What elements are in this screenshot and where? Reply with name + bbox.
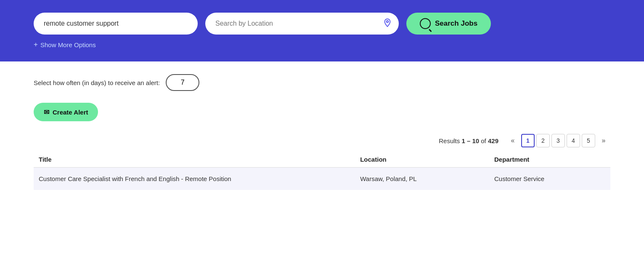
results-range: 1 – 10	[461, 137, 479, 144]
job-search-input[interactable]	[34, 13, 198, 35]
pagination-page-2[interactable]: 2	[536, 134, 550, 147]
search-row: Search Jobs	[34, 13, 610, 35]
pagination-page-4[interactable]: 4	[567, 134, 580, 147]
col-header-department: Department	[489, 152, 610, 168]
search-jobs-button[interactable]: Search Jobs	[406, 13, 491, 35]
envelope-icon: ✉	[44, 108, 49, 116]
content-area: Select how often (in days) to receive an…	[0, 61, 644, 203]
results-text: Results 1 – 10 of 429	[439, 137, 498, 144]
svg-point-0	[387, 20, 389, 22]
pagination: « 1 2 3 4 5 »	[506, 134, 610, 147]
results-total: 429	[488, 137, 498, 144]
search-jobs-label: Search Jobs	[435, 19, 477, 28]
pagination-next[interactable]: »	[597, 134, 610, 147]
job-department-cell: Customer Service	[489, 168, 610, 190]
results-label-prefix: Results	[439, 137, 461, 144]
job-location-cell: Warsaw, Poland, PL	[355, 168, 489, 190]
job-title-cell: Customer Care Specialist with French and…	[34, 168, 355, 190]
create-alert-button[interactable]: ✉ Create Alert	[34, 103, 98, 121]
table-body: Customer Care Specialist with French and…	[34, 168, 610, 190]
show-more-options-label: Show More Options	[40, 41, 96, 48]
pagination-page-1[interactable]: 1	[521, 134, 535, 147]
alert-section: Select how often (in days) to receive an…	[34, 74, 610, 121]
create-alert-label: Create Alert	[53, 109, 88, 116]
location-search-wrapper	[205, 13, 399, 35]
search-icon	[420, 18, 431, 29]
location-icon	[383, 18, 392, 29]
table-header: Title Location Department	[34, 152, 610, 168]
results-of-label: of	[479, 137, 488, 144]
table-row[interactable]: Customer Care Specialist with French and…	[34, 168, 610, 190]
col-header-location: Location	[355, 152, 489, 168]
results-pagination-row: Results 1 – 10 of 429 « 1 2 3 4 5 »	[34, 134, 610, 147]
pagination-prev[interactable]: «	[506, 134, 519, 147]
show-more-options-button[interactable]: + Show More Options	[34, 40, 96, 49]
alert-row: Select how often (in days) to receive an…	[34, 74, 610, 91]
location-search-input[interactable]	[215, 20, 383, 27]
jobs-table: Title Location Department Customer Care …	[34, 152, 610, 190]
alert-days-input[interactable]	[166, 74, 199, 91]
col-header-title: Title	[34, 152, 355, 168]
search-banner: Search Jobs + Show More Options	[0, 0, 644, 61]
plus-icon: +	[34, 40, 38, 49]
pagination-page-5[interactable]: 5	[582, 134, 595, 147]
pagination-page-3[interactable]: 3	[551, 134, 565, 147]
alert-label: Select how often (in days) to receive an…	[34, 79, 160, 86]
